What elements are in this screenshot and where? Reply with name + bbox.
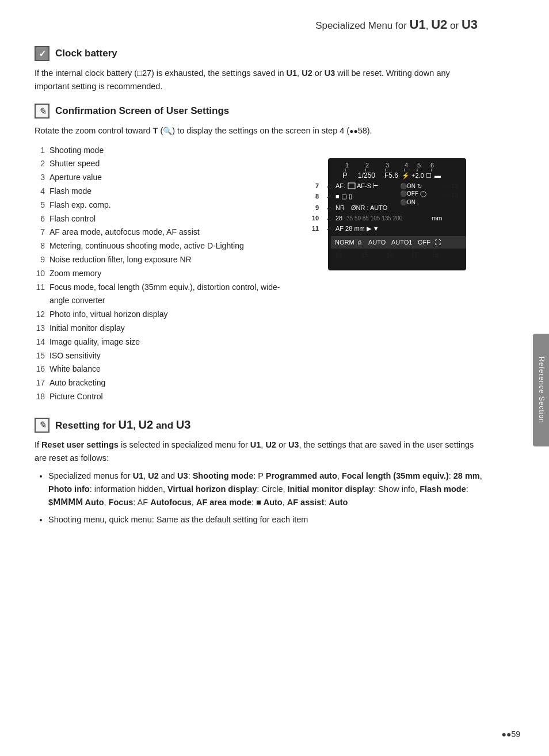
svg-text:⚫OFF ◯: ⚫OFF ◯	[400, 190, 426, 197]
list-item: 5Flash exp. comp.	[35, 198, 299, 212]
page-header: Specialized Menu for U1, U2 or U3	[35, 17, 483, 32]
camera-diagram: 1 2 3 4 5 6 P 1/250 F5.6 ⚡ +2.0 ☐ ▬	[311, 152, 483, 285]
svg-text:⎙: ⎙	[358, 239, 361, 246]
clock-battery-section: Clock battery If the internal clock batt…	[35, 46, 483, 93]
sidebar-label: Reference Section	[537, 357, 546, 423]
svg-text:AF-S ⊢: AF-S ⊢	[357, 182, 379, 189]
bullet-item-1: Specialized menus for U1, U2 and U3: Sho…	[48, 469, 483, 510]
resetting-u2: U2	[139, 418, 154, 431]
items-list: 1Shooting mode 2Shutter speed 3Aperture …	[35, 144, 299, 404]
svg-text:AUTO: AUTO	[368, 239, 386, 246]
list-item: 4Flash mode	[35, 185, 299, 198]
resetting-bullets: Specialized menus for U1, U2 and U3: Sho…	[40, 469, 483, 526]
list-item: 9Noise reduction filter, long exposure N…	[35, 253, 299, 267]
list-item: 1Shooting mode	[35, 144, 299, 158]
svg-text:OFF: OFF	[418, 239, 430, 246]
svg-text:14: 14	[335, 251, 342, 258]
clock-battery-title: Clock battery	[35, 46, 483, 61]
svg-text:7: 7	[315, 182, 319, 189]
numbered-list-section: 1Shooting mode 2Shutter speed 3Aperture …	[35, 144, 299, 404]
svg-text:AUTO1: AUTO1	[391, 239, 412, 246]
svg-text:⛶: ⛶	[434, 239, 441, 246]
list-item: 13Initial monitor display	[35, 322, 299, 335]
svg-text:AF  28 mm  ▶  ▼: AF 28 mm ▶ ▼	[336, 225, 379, 232]
page-number: ●●59	[502, 730, 520, 739]
list-item: 17Auto bracketing	[35, 376, 299, 390]
resetting-u1: U1	[119, 418, 134, 431]
svg-text:▬: ▬	[434, 172, 441, 179]
list-item: 2Shutter speed	[35, 157, 299, 171]
header-u2: U2	[431, 17, 447, 32]
camera-svg: 1 2 3 4 5 6 P 1/250 F5.6 ⚡ +2.0 ☐ ▬	[311, 152, 483, 285]
svg-text:mm: mm	[432, 215, 442, 222]
svg-text:3: 3	[386, 162, 389, 169]
note-icon-2: ✎	[35, 418, 49, 433]
svg-text:2: 2	[365, 162, 369, 169]
svg-text:F5.6: F5.6	[384, 171, 398, 180]
resetting-and: and	[153, 420, 176, 431]
list-item: 11Focus mode, focal length (35mm equiv.)…	[35, 281, 299, 308]
svg-text:8: 8	[315, 193, 319, 200]
svg-text:6: 6	[430, 162, 434, 169]
svg-text:18: 18	[432, 251, 439, 258]
svg-text:11: 11	[312, 225, 319, 232]
svg-text:AF:: AF:	[336, 182, 345, 189]
svg-text:— 13: — 13	[443, 192, 458, 198]
page-footer: ●●59	[502, 730, 520, 739]
svg-text:16: 16	[387, 251, 394, 258]
resetting-section: ✎ Resetting for U1, U2 and U3 If Reset u…	[35, 418, 483, 526]
svg-text:9: 9	[315, 204, 319, 211]
svg-text:28: 28	[336, 215, 342, 222]
header-text: Specialized Menu for	[315, 20, 409, 31]
list-item: 7AF area mode, autofocus mode, AF assist	[35, 226, 299, 239]
resetting-prefix: Resetting for	[55, 420, 119, 431]
header-u1: U1	[410, 17, 426, 32]
svg-text:P: P	[342, 171, 348, 180]
svg-text:■ ▢ ▯: ■ ▢ ▯	[336, 193, 352, 200]
list-item: 6Flash control	[35, 212, 299, 226]
bullet-item-2: Shooting menu, quick menu: Same as the d…	[48, 513, 483, 526]
page-content: Specialized Menu for U1, U2 or U3 Clock …	[0, 0, 518, 571]
resetting-u3: U3	[176, 418, 191, 431]
list-item: 16White balance	[35, 362, 299, 376]
sidebar-tab: Reference Section	[533, 334, 549, 446]
resetting-intro: If Reset user settings is selected in sp…	[35, 438, 483, 465]
header-u3: U3	[462, 17, 478, 32]
list-item: 10Zoom memory	[35, 267, 299, 281]
svg-text:17: 17	[411, 251, 418, 258]
header-comma1: ,	[426, 20, 431, 31]
header-or: or	[447, 20, 462, 31]
note-icon: ✎	[35, 104, 49, 119]
svg-text:35  50  85  105  135  200: 35 50 85 105 135 200	[346, 215, 403, 222]
svg-text:NR: NR	[336, 204, 345, 211]
confirmation-intro: Rotate the zoom control toward T (🔍) to …	[35, 124, 483, 138]
svg-text:1/250: 1/250	[358, 171, 375, 180]
list-item: 8Metering, continuous shooting mode, act…	[35, 239, 299, 253]
svg-text:☐: ☐	[426, 172, 432, 179]
resetting-comma: ,	[133, 420, 138, 431]
list-item: 14Image quality, image size	[35, 335, 299, 349]
svg-text:1: 1	[345, 162, 349, 169]
svg-text:⚫ON ↻: ⚫ON ↻	[400, 182, 422, 190]
content-with-diagram: 1Shooting mode 2Shutter speed 3Aperture …	[35, 144, 483, 404]
clock-battery-text: If the internal clock battery (□27) is e…	[35, 67, 483, 93]
list-item: 3Aperture value	[35, 171, 299, 185]
list-item: 15ISO sensitivity	[35, 349, 299, 363]
svg-text:⚡ +2.0: ⚡ +2.0	[402, 171, 424, 180]
confirmation-title: ✎ Confirmation Screen of User Settings	[35, 104, 483, 119]
svg-text:5: 5	[417, 162, 421, 169]
svg-text:— 12: — 12	[443, 182, 458, 189]
list-item: 12Photo info, virtual horizon display	[35, 308, 299, 322]
resetting-heading: Resetting for U1, U2 and U3	[55, 418, 190, 432]
svg-text:NORM: NORM	[335, 239, 354, 246]
list-item: 18Picture Control	[35, 390, 299, 404]
confirmation-heading: Confirmation Screen of User Settings	[55, 105, 229, 117]
svg-text:4: 4	[405, 162, 408, 169]
clock-battery-heading: Clock battery	[55, 48, 117, 59]
svg-text:15: 15	[361, 251, 368, 258]
resetting-title: ✎ Resetting for U1, U2 and U3	[35, 418, 483, 433]
check-icon	[35, 46, 49, 61]
svg-text:ØNR : AUTO: ØNR : AUTO	[351, 204, 388, 211]
svg-text:10: 10	[312, 215, 319, 222]
confirmation-section: ✎ Confirmation Screen of User Settings R…	[35, 104, 483, 403]
